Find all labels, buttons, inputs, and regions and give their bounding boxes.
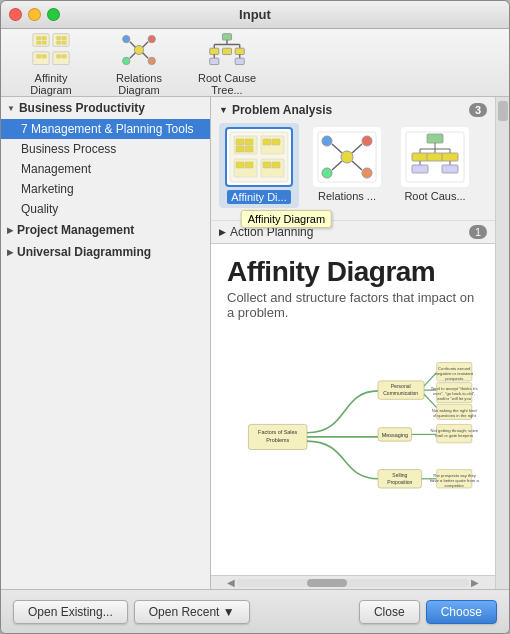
svg-rect-45 [263, 139, 271, 145]
svg-rect-25 [222, 33, 231, 39]
preview-subtitle: Collect and structure factors that impac… [227, 290, 479, 320]
svg-rect-42 [236, 146, 244, 152]
svg-text:Proposition: Proposition [387, 479, 412, 485]
svg-rect-49 [245, 162, 253, 168]
svg-rect-7 [62, 36, 67, 40]
template-rootcause[interactable]: Root Caus... [395, 123, 475, 208]
title-bar: Input [1, 1, 509, 29]
svg-text:Messaging: Messaging [382, 432, 408, 438]
preview-title: Affinity Diagram [227, 256, 479, 288]
sidebar-universal-diagramming-header[interactable]: ▶ Universal Diagramming [1, 241, 210, 263]
svg-line-21 [130, 41, 135, 46]
sidebar-item-management[interactable]: Management [1, 159, 210, 179]
main-area: ▼ Business Productivity 7 Management & P… [1, 97, 509, 589]
problem-analysis-count: 3 [469, 103, 487, 117]
toolbar-relations[interactable]: Relations Diagram [99, 26, 179, 100]
expand-icon: ▼ [7, 104, 15, 113]
svg-line-23 [130, 52, 135, 57]
svg-rect-64 [427, 134, 443, 143]
svg-line-24 [143, 52, 148, 57]
svg-rect-31 [210, 48, 219, 54]
action-planning-count: 1 [469, 225, 487, 239]
maximize-window-button[interactable] [47, 8, 60, 21]
rootcause-thumb [401, 127, 469, 187]
preview-diagram: Factors of Sales Problems Personal Commu… [211, 324, 495, 575]
svg-text:mail or gate keepers: mail or gate keepers [435, 433, 473, 438]
sidebar-project-management-header[interactable]: ▶ Project Management [1, 219, 210, 241]
sidebar-project-management-label: Project Management [17, 223, 134, 237]
sidebar-item-business-process[interactable]: Business Process [1, 139, 210, 159]
affinity-tooltip: Affinity Diagram [241, 210, 332, 228]
svg-point-55 [322, 136, 332, 146]
svg-rect-41 [245, 139, 253, 145]
svg-rect-48 [236, 162, 244, 168]
sidebar-business-productivity-label: Business Productivity [19, 101, 145, 115]
open-existing-button[interactable]: Open Existing... [13, 600, 128, 624]
svg-text:Selling: Selling [392, 472, 407, 478]
svg-rect-8 [56, 40, 61, 44]
svg-rect-51 [263, 162, 271, 168]
svg-rect-37 [235, 58, 244, 64]
bottom-bar: Open Existing... Open Recent ▼ Close Cho… [1, 589, 509, 633]
problem-analysis-label: Problem Analysis [232, 103, 332, 117]
template-grid: Affinity Di... Affinity Diagram [219, 123, 487, 214]
template-relations[interactable]: Relations ... [307, 123, 387, 208]
svg-point-19 [123, 57, 130, 64]
rootcause-tree-icon [207, 30, 247, 70]
toolbar-affinity-label: Affinity Diagram [15, 72, 87, 96]
sidebar-business-productivity-header[interactable]: ▼ Business Productivity [1, 97, 210, 119]
svg-point-54 [341, 151, 353, 163]
relations-template-name: Relations ... [318, 190, 376, 202]
svg-point-17 [123, 35, 130, 42]
svg-line-85 [424, 394, 437, 407]
open-recent-button[interactable]: Open Recent ▼ [134, 600, 250, 624]
svg-rect-11 [36, 54, 41, 58]
svg-text:Personal: Personal [391, 383, 411, 389]
relations-thumb [313, 127, 381, 187]
affinity-template-name: Affinity Di... [227, 190, 290, 204]
sidebar: ▼ Business Productivity 7 Management & P… [1, 97, 211, 589]
h-scrollbar[interactable]: ◀ ▶ [211, 575, 495, 589]
svg-rect-33 [235, 48, 244, 54]
problem-analysis-header: ▼ Problem Analysis 3 [219, 103, 487, 117]
svg-text:Problems: Problems [266, 437, 289, 443]
preview-area: Affinity Diagram Collect and structure f… [211, 244, 495, 589]
sidebar-item-quality[interactable]: Quality [1, 199, 210, 219]
svg-rect-9 [62, 40, 67, 44]
sidebar-item-7management[interactable]: 7 Management & Planning Tools [1, 119, 210, 139]
right-scrollbar[interactable] [495, 97, 509, 589]
affinity-diagram-icon [31, 30, 71, 70]
svg-rect-3 [36, 40, 41, 44]
svg-rect-40 [236, 139, 244, 145]
content-area: ▼ Problem Analysis 3 [211, 97, 495, 589]
svg-rect-75 [412, 165, 428, 173]
toolbar-rootcause-label: Root Cause Tree... [191, 72, 263, 96]
sidebar-section-universal-diagramming: ▶ Universal Diagramming [1, 241, 210, 263]
problem-analysis-section: ▼ Problem Analysis 3 [211, 97, 495, 220]
svg-text:prospects: prospects [445, 376, 463, 381]
action-planning-expand-icon: ▶ [219, 227, 226, 237]
svg-rect-35 [210, 58, 219, 64]
minimize-window-button[interactable] [28, 8, 41, 21]
toolbar-relations-label: Relations Diagram [103, 72, 175, 96]
svg-rect-15 [62, 54, 67, 58]
template-affinity[interactable]: Affinity Di... Affinity Diagram [219, 123, 299, 208]
svg-rect-43 [245, 146, 253, 152]
expand-triangle-icon: ▼ [219, 105, 228, 115]
close-button[interactable]: Close [359, 600, 420, 624]
main-window: Input [0, 0, 510, 634]
expand-icon: ▶ [7, 226, 13, 235]
svg-rect-12 [42, 54, 47, 58]
svg-point-56 [362, 136, 372, 146]
svg-point-20 [148, 57, 155, 64]
close-window-button[interactable] [9, 8, 22, 21]
expand-icon: ▶ [7, 248, 13, 257]
toolbar-rootcause[interactable]: Root Cause Tree... [187, 26, 267, 100]
sidebar-universal-diagramming-label: Universal Diagramming [17, 245, 151, 259]
toolbar-affinity[interactable]: Affinity Diagram [11, 26, 91, 100]
preview-header: Affinity Diagram Collect and structure f… [211, 244, 495, 324]
sidebar-item-marketing[interactable]: Marketing [1, 179, 210, 199]
svg-rect-32 [222, 48, 231, 54]
choose-button[interactable]: Choose [426, 600, 497, 624]
window-controls [9, 8, 60, 21]
